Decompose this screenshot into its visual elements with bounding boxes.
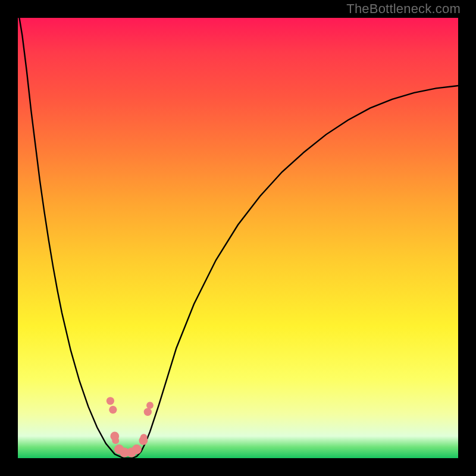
- curve-marker: [109, 406, 117, 414]
- curve-marker: [144, 408, 152, 416]
- curve-marker: [140, 434, 148, 441]
- chart-svg: [18, 18, 458, 458]
- outer-frame: TheBottleneck.com: [0, 0, 476, 476]
- curve-marker: [112, 437, 119, 444]
- bottleneck-curve: [18, 18, 458, 458]
- marker-group: [107, 397, 154, 457]
- plot-area: [18, 18, 458, 458]
- curve-marker: [132, 444, 142, 454]
- watermark-text: TheBottleneck.com: [346, 1, 461, 17]
- curve-marker: [107, 397, 114, 405]
- curve-marker: [146, 402, 154, 409]
